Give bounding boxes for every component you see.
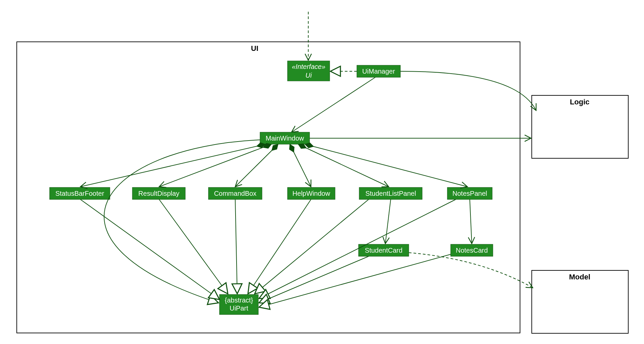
- class-ui-part-stereo: {abstract}: [225, 296, 253, 304]
- class-notes-card-name: NotesCard: [456, 247, 488, 254]
- class-ui-manager-name: UiManager: [362, 68, 395, 75]
- class-status-bar-footer-name: StatusBarFooter: [55, 190, 104, 197]
- class-ui-part-name: UiPart: [230, 305, 248, 312]
- class-result-display-name: ResultDisplay: [138, 190, 179, 197]
- class-main-window-name: MainWindow: [266, 135, 304, 142]
- class-student-card-name: StudentCard: [365, 247, 402, 254]
- class-command-box-name: CommandBox: [214, 190, 257, 197]
- package-logic-label: Logic: [570, 98, 590, 106]
- uml-class-diagram: UI Logic Model «Interface» Ui UiManager …: [0, 0, 644, 344]
- class-ui-interface-stereo: «Interface»: [292, 63, 325, 70]
- class-help-window-name: HelpWindow: [293, 190, 330, 197]
- class-ui-interface-name: Ui: [306, 72, 312, 79]
- package-model-label: Model: [569, 273, 590, 281]
- package-ui-label: UI: [251, 44, 258, 53]
- class-student-list-panel-name: StudentListPanel: [365, 190, 416, 197]
- class-notes-panel-name: NotesPanel: [452, 190, 487, 197]
